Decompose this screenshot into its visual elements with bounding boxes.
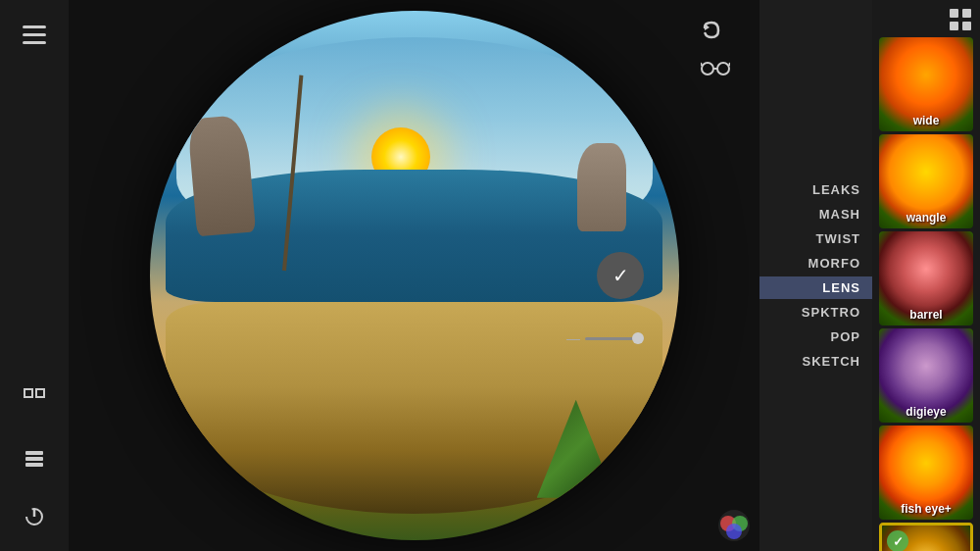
filter-twist[interactable]: TWIST	[760, 227, 872, 250]
glasses-button[interactable]	[701, 59, 730, 84]
filter-menu: LEAKS MASH TWIST MORFO LENS SPKTRO POP S…	[760, 0, 872, 551]
color-wheel-button[interactable]	[716, 508, 752, 543]
svg-point-9	[717, 63, 729, 75]
filter-pop[interactable]: POP	[760, 326, 872, 348]
left-top-controls	[15, 15, 54, 54]
filter-mash[interactable]: MASH	[760, 203, 872, 225]
svg-rect-4	[25, 463, 43, 467]
filter-morfo[interactable]: MORFO	[760, 252, 872, 275]
undo-icon	[701, 20, 722, 41]
slider-control[interactable]: —	[566, 330, 644, 346]
filter-sketch[interactable]: SKETCH	[760, 350, 872, 373]
undo-button[interactable]	[701, 20, 722, 46]
slider-minus-icon: —	[566, 330, 580, 346]
thumbnail-barrel-label: barrel	[879, 308, 973, 322]
power-button[interactable]	[15, 497, 54, 536]
frame-button[interactable]	[15, 379, 54, 419]
svg-point-8	[702, 63, 713, 75]
power-icon	[24, 506, 45, 527]
slider-handle[interactable]	[632, 332, 644, 344]
color-wheel-icon	[716, 508, 752, 543]
thumbnail-digieye[interactable]: digieye	[879, 328, 973, 423]
slider-track[interactable]	[585, 337, 644, 340]
left-bottom-controls	[15, 379, 54, 536]
filter-spktro[interactable]: SPKTRO	[760, 301, 872, 324]
thumbnail-fisheye[interactable]: ✓ fish eye	[879, 523, 973, 551]
thumbnail-wide[interactable]: wide	[879, 37, 973, 131]
thumbnail-fisheye-checkmark: ✓	[887, 530, 908, 551]
frame-icon	[24, 388, 45, 410]
layers-button[interactable]	[15, 438, 54, 477]
thumbnail-digieye-label: digieye	[879, 405, 973, 419]
svg-line-11	[701, 63, 702, 66]
thumbnail-wangle[interactable]: wangle	[879, 134, 973, 228]
svg-rect-1	[36, 389, 44, 397]
svg-rect-3	[25, 457, 43, 461]
main-canvas: ✓ —	[69, 0, 760, 551]
left-sidebar	[0, 0, 69, 551]
grid-toggle-row	[879, 5, 973, 34]
grid-view-button[interactable]	[950, 9, 971, 30]
scene-rocks-right	[577, 143, 626, 231]
thumbnail-wangle-label: wangle	[879, 211, 973, 225]
thumbnail-wide-label: wide	[879, 114, 973, 127]
hamburger-icon	[23, 25, 46, 44]
svg-rect-2	[25, 451, 43, 455]
thumbnail-panel: wide wangle barrel digieye fish eye+ ✓ f…	[872, 0, 980, 551]
svg-rect-0	[24, 389, 32, 397]
layers-icon	[24, 447, 45, 469]
svg-point-16	[726, 524, 742, 539]
thumbnail-barrel[interactable]: barrel	[879, 231, 973, 326]
confirm-button[interactable]: ✓	[597, 252, 644, 299]
svg-line-12	[729, 63, 730, 66]
glasses-icon	[701, 59, 730, 78]
thumbnail-fisheye-plus[interactable]: fish eye+	[879, 426, 973, 520]
filter-leaks[interactable]: LEAKS	[760, 178, 872, 201]
hamburger-menu-button[interactable]	[15, 15, 54, 54]
filter-lens[interactable]: LENS	[760, 276, 872, 299]
thumbnail-fisheye-plus-label: fish eye+	[879, 502, 973, 516]
